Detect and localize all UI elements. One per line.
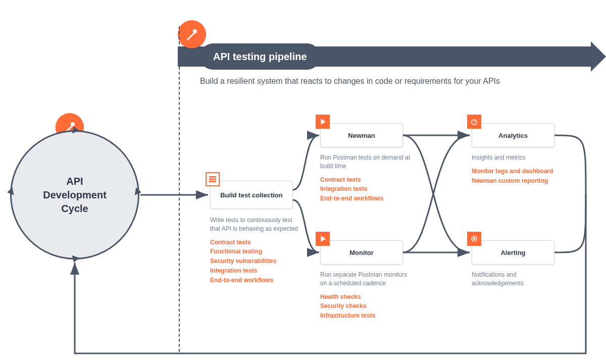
svg-rect-4 bbox=[209, 181, 216, 182]
desc-item: Newman custom reporting bbox=[472, 177, 563, 185]
api-dev-cycle-circle: API Development Cycle bbox=[10, 130, 139, 259]
node-alerting: Alerting bbox=[472, 240, 554, 265]
desc-text: Run separate Postman monitors on a sched… bbox=[320, 271, 407, 287]
pipeline-subtitle: Build a resilient system that reacts to … bbox=[200, 77, 500, 86]
desc-analytics: Insights and metrics Monitor logs and da… bbox=[472, 153, 563, 185]
node-build-test-collection: Build test collection bbox=[210, 181, 293, 209]
node-title: Alerting bbox=[500, 249, 525, 256]
node-monitor: Monitor bbox=[320, 240, 403, 265]
desc-text: Write tests to continuously test that AP… bbox=[210, 217, 298, 232]
desc-monitor: Run separate Postman monitors on a sched… bbox=[320, 271, 411, 320]
cycle-tick-icon bbox=[7, 187, 14, 196]
gauge-icon bbox=[467, 115, 481, 129]
svg-point-9 bbox=[473, 238, 475, 240]
desc-item: Functional testing bbox=[210, 247, 301, 256]
desc-item: Contract tests bbox=[320, 176, 411, 184]
desc-text: Insights and metrics bbox=[472, 154, 526, 161]
desc-item: End-to-end workflows bbox=[320, 194, 411, 203]
node-title: Monitor bbox=[349, 249, 374, 256]
divider-line bbox=[179, 26, 180, 352]
node-analytics: Analytics bbox=[472, 123, 554, 147]
desc-item: Contract tests bbox=[210, 238, 301, 247]
svg-rect-3 bbox=[209, 179, 216, 180]
desc-item: Security checks bbox=[320, 302, 411, 310]
cycle-tick-icon bbox=[135, 187, 142, 196]
svg-rect-2 bbox=[209, 176, 216, 178]
target-icon bbox=[467, 232, 481, 246]
postman-icon bbox=[178, 20, 206, 48]
cycle-label: Development bbox=[43, 188, 107, 202]
desc-item: Monitor logs and dashboard bbox=[472, 167, 563, 176]
cycle-label: Cycle bbox=[43, 202, 107, 216]
desc-newman: Run Postman tests on demand at build tim… bbox=[320, 153, 411, 203]
desc-item: Infrastructure tests bbox=[320, 311, 411, 320]
desc-text: Run Postman tests on demand at build tim… bbox=[320, 154, 410, 170]
list-icon bbox=[206, 172, 220, 186]
node-newman: Newman bbox=[320, 123, 403, 147]
play-icon bbox=[316, 115, 330, 129]
desc-item: Security vulnerabilities bbox=[210, 257, 301, 266]
pipeline-title: API testing pipeline bbox=[213, 51, 307, 63]
desc-text: Notifications and acknowledgements bbox=[472, 271, 524, 287]
svg-marker-5 bbox=[321, 119, 325, 124]
desc-item: Integration tests bbox=[210, 267, 301, 275]
desc-item: Health checks bbox=[320, 293, 411, 301]
pipeline-title-pill: API testing pipeline bbox=[200, 43, 320, 70]
node-title: Build test collection bbox=[220, 191, 283, 199]
cycle-label: API bbox=[43, 175, 107, 188]
desc-item: End-to-end workflows bbox=[210, 276, 301, 285]
svg-marker-6 bbox=[321, 236, 325, 241]
desc-build: Write tests to continuously test that AP… bbox=[210, 216, 301, 285]
node-title: Newman bbox=[348, 132, 375, 139]
desc-item: Integration tests bbox=[320, 185, 411, 193]
desc-alerting: Notifications and acknowledgements bbox=[472, 271, 563, 288]
node-title: Analytics bbox=[498, 132, 528, 139]
play-icon bbox=[316, 232, 330, 246]
